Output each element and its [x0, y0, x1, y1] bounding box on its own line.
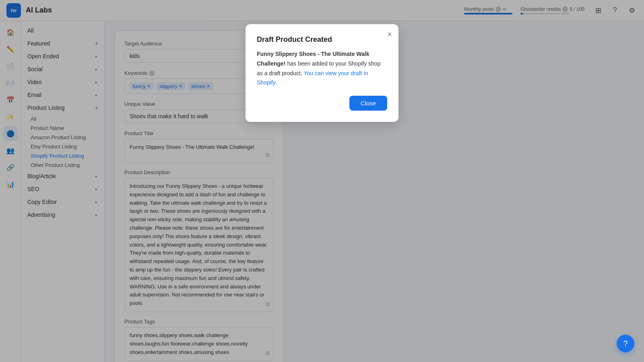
- modal-overlay[interactable]: Draft Product Created × Funny Slippery S…: [0, 0, 644, 362]
- help-fab-button[interactable]: ?: [617, 335, 634, 352]
- modal-close-action-button[interactable]: Close: [349, 96, 387, 111]
- modal-body: Funny Slippery Shoes - The Ultimate Walk…: [257, 49, 387, 88]
- draft-product-modal: Draft Product Created × Funny Slippery S…: [246, 24, 398, 122]
- modal-close-button[interactable]: ×: [387, 30, 392, 39]
- modal-title: Draft Product Created: [257, 35, 387, 44]
